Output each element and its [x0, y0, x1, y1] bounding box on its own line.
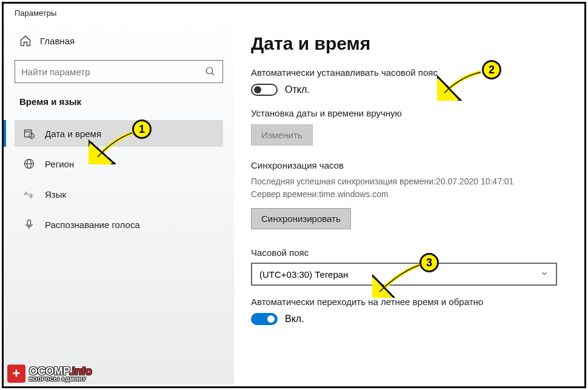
toggle-state: Вкл. [285, 314, 304, 324]
sidebar-item-region[interactable]: Регион [15, 150, 223, 177]
nav-label: Регион [45, 159, 74, 169]
svg-text:A: A [24, 190, 28, 197]
sync-heading: Синхронизация часов [251, 160, 560, 170]
home-icon [19, 35, 32, 47]
watermark-main: OCOMP.info [29, 366, 92, 377]
chevron-down-icon [540, 269, 549, 280]
watermark-sub: ВОПРОСЫ АДМИНУ [29, 377, 92, 382]
toggle-state: Откл. [285, 84, 310, 95]
search-icon [204, 66, 216, 78]
sidebar-item-voice[interactable]: Распознавание голоса [15, 211, 223, 238]
auto-timezone-label: Автоматически устанавливать часовой пояс [251, 67, 560, 78]
microphone-icon [23, 218, 35, 230]
svg-line-6 [32, 136, 33, 136]
watermark-badge: + [7, 365, 25, 383]
home-label: Главная [40, 36, 75, 46]
search-input[interactable] [21, 67, 204, 77]
sync-server: Сервер времени:time.windows.com [251, 188, 560, 201]
dst-toggle[interactable] [251, 313, 278, 325]
category-title: Время и язык [19, 96, 218, 107]
language-icon: A字 [23, 188, 35, 200]
nav-label: Распознавание голоса [45, 220, 140, 230]
calendar-clock-icon [23, 127, 35, 140]
svg-point-0 [206, 67, 213, 74]
dst-toggle-row: Вкл. [251, 313, 560, 325]
content: Дата и время Автоматически устанавливать… [234, 20, 584, 385]
auto-timezone-toggle-row: Откл. [251, 84, 560, 96]
window-title: Параметры [4, 4, 584, 20]
nav-label: Дата и время [45, 129, 101, 139]
search-box[interactable] [15, 60, 223, 83]
globe-icon [23, 158, 35, 170]
home-nav[interactable]: Главная [15, 32, 223, 49]
sidebar-item-language[interactable]: A字 Язык [15, 181, 223, 207]
settings-window: Параметры Главная Время и язык Дат [2, 2, 586, 388]
dst-label: Автоматически переходить на летнее время… [251, 297, 560, 307]
svg-rect-12 [28, 220, 31, 226]
sidebar-item-date-time[interactable]: Дата и время [15, 120, 223, 147]
sync-button[interactable]: Синхронизировать [251, 208, 351, 229]
manual-datetime-label: Установка даты и времени вручную [251, 108, 560, 118]
callout-2: 2 [482, 60, 501, 79]
sync-last: Последняя успешная синхронизация времени… [251, 175, 560, 188]
timezone-select[interactable]: (UTC+03:30) Тегеран [251, 263, 557, 286]
timezone-label: Часовой пояс [251, 247, 560, 258]
sidebar: Главная Время и язык Дата и время Ре [4, 20, 234, 385]
auto-timezone-toggle[interactable] [251, 84, 278, 96]
timezone-value: (UTC+03:30) Тегеран [259, 269, 348, 280]
sync-meta: Последняя успешная синхронизация времени… [251, 175, 560, 201]
svg-text:字: 字 [28, 193, 33, 199]
change-button: Изменить [251, 124, 313, 146]
callout-1: 1 [132, 119, 152, 139]
page-title: Дата и время [251, 33, 560, 54]
nav-label: Язык [45, 189, 66, 200]
svg-line-1 [212, 73, 214, 75]
watermark: + OCOMP.info ВОПРОСЫ АДМИНУ [7, 365, 92, 383]
callout-3: 3 [419, 253, 439, 272]
